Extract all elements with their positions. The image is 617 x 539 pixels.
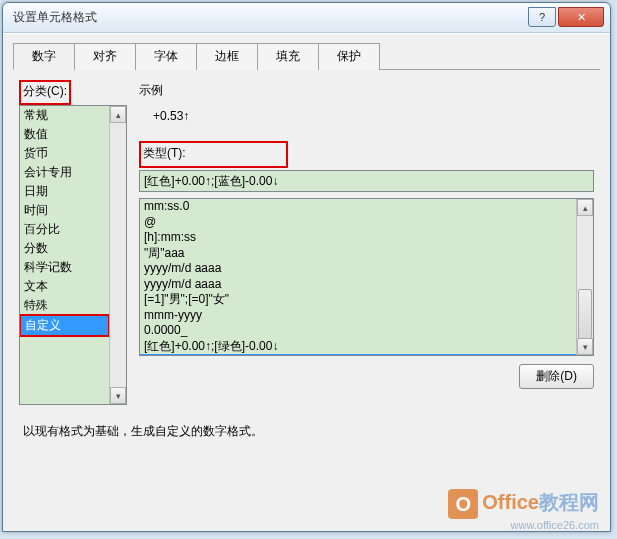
scroll-down-icon[interactable]: ▾	[577, 338, 593, 355]
scroll-up-icon[interactable]: ▴	[577, 199, 593, 216]
delete-button[interactable]: 删除(D)	[519, 364, 594, 389]
list-item-custom[interactable]: 自定义	[19, 314, 110, 337]
tab-body: 分类(C): 常规 数值 货币 会计专用 日期 时间 百分比 分数 科学记数	[13, 70, 600, 446]
help-button[interactable]: ?	[528, 7, 556, 27]
highlight-category-label: 分类(C):	[19, 80, 71, 105]
list-item[interactable]: [红色]+0.00↑;[绿色]-0.00↓	[140, 339, 593, 355]
example-value: +0.53↑	[139, 99, 594, 137]
tab-strip: 数字 对齐 字体 边框 填充 保护	[13, 42, 600, 70]
list-item[interactable]: [h]:mm:ss	[140, 230, 593, 246]
tab-fill[interactable]: 填充	[257, 43, 319, 70]
scrollbar[interactable]: ▴ ▾	[576, 199, 593, 355]
list-item[interactable]: @	[140, 215, 593, 231]
format-cells-dialog: 设置单元格格式 ? ✕ 数字 对齐 字体 边框 填充 保护 分类(C):	[2, 2, 611, 532]
close-button[interactable]: ✕	[558, 7, 604, 27]
category-listbox[interactable]: 常规 数值 货币 会计专用 日期 时间 百分比 分数 科学记数 文本 特殊 自定…	[19, 105, 127, 405]
highlight-type-label: 类型(T):	[139, 141, 288, 168]
format-listbox[interactable]: mm:ss.0 @ [h]:mm:ss "周"aaa yyyy/m/d aaaa…	[139, 198, 594, 356]
tab-protection[interactable]: 保护	[318, 43, 380, 70]
type-input[interactable]	[139, 170, 594, 192]
tab-alignment[interactable]: 对齐	[74, 43, 136, 70]
list-item[interactable]: 0.0000_	[140, 323, 593, 339]
scroll-up-icon[interactable]: ▴	[110, 106, 126, 123]
scroll-down-icon[interactable]: ▾	[110, 387, 126, 404]
list-item[interactable]: [=1]"男";[=0]"女"	[140, 292, 593, 308]
tab-font[interactable]: 字体	[135, 43, 197, 70]
window-title: 设置单元格格式	[3, 9, 528, 26]
scrollbar[interactable]: ▴ ▾	[109, 106, 126, 404]
type-label: 类型(T):	[143, 145, 186, 162]
scroll-thumb[interactable]	[578, 289, 592, 339]
list-item[interactable]: "周"aaa	[140, 246, 593, 262]
list-item[interactable]: yyyy/m/d aaaa	[140, 261, 593, 277]
window-buttons: ? ✕	[528, 8, 610, 27]
list-item[interactable]: mmm-yyyy	[140, 308, 593, 324]
hint-text: 以现有格式为基础，生成自定义的数字格式。	[19, 423, 594, 440]
list-item[interactable]: mm:ss.0	[140, 199, 593, 215]
category-label: 分类(C):	[23, 83, 67, 100]
titlebar[interactable]: 设置单元格格式 ? ✕	[3, 3, 610, 33]
client-area: 数字 对齐 字体 边框 填充 保护 分类(C): 常规 数值 货币	[3, 33, 610, 531]
example-label: 示例	[139, 82, 594, 99]
tab-border[interactable]: 边框	[196, 43, 258, 70]
tab-number[interactable]: 数字	[13, 43, 75, 70]
list-item[interactable]: yyyy/m/d aaaa	[140, 277, 593, 293]
list-item-selected[interactable]: [红色]+0.00↑;[蓝色]-0.00↓	[140, 354, 576, 356]
